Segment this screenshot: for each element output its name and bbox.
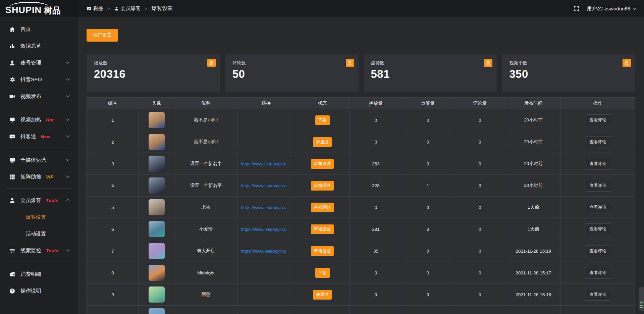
view-comments-button[interactable]: 查看评论: [585, 136, 611, 148]
cell-link: [237, 131, 295, 153]
view-comments-button[interactable]: 查看评论: [585, 223, 611, 235]
view-comments-button[interactable]: 查看评论: [585, 158, 611, 170]
brand-logo: SHUPIN 树品: [0, 0, 78, 17]
cell-nickname: [174, 306, 237, 314]
video-link[interactable]: https://www.iesdouyin.c: [237, 249, 295, 254]
total-badge: 总: [207, 59, 216, 67]
cell-comments: 0: [454, 218, 506, 240]
cell-action: 查看评论: [561, 262, 635, 284]
cell-avatar: [139, 284, 174, 306]
logo-text-en: SHUPIN: [5, 6, 42, 15]
grid-icon: [9, 174, 15, 180]
avatar: [149, 199, 165, 215]
cell-avatar: [139, 306, 174, 314]
stat-card-3: 视频个数 总 350: [502, 54, 635, 92]
stat-card-2: 点赞数 总 581: [364, 54, 497, 92]
sidebar-item-7[interactable]: 抖客通 New: [0, 128, 78, 145]
cell-avatar: [139, 240, 174, 262]
chevron-down-icon: [633, 6, 636, 10]
breadcrumb: 树品 > 会员爆客 > 爆客设置: [87, 5, 173, 12]
cell-time: 1天前: [506, 197, 561, 218]
sidebar-subitem-14[interactable]: 活动设置: [0, 225, 78, 242]
cell-status: 未通过: [295, 284, 350, 306]
cell-comments: 0: [454, 284, 506, 306]
sidebar-item-10[interactable]: 矩阵助推 VIP: [0, 168, 78, 185]
username-value: zswodun88: [605, 6, 630, 11]
panel-icon: [87, 6, 92, 11]
view-comments-button[interactable]: 查看评论: [585, 180, 611, 192]
cell-no: [87, 306, 139, 314]
status-badge: 下架: [315, 268, 330, 278]
video-link[interactable]: https://www.iesdouyin.c: [237, 205, 295, 210]
cell-likes: 0: [402, 109, 454, 131]
fullscreen-icon[interactable]: [573, 5, 580, 12]
promo-settings-button[interactable]: 推广设置: [87, 29, 118, 42]
question-icon: ?: [9, 288, 15, 294]
breadcrumb-separator: >: [107, 6, 110, 11]
stat-value: 20316: [94, 68, 213, 81]
column-header: 昵称: [174, 98, 237, 109]
view-comments-button[interactable]: 查看评论: [585, 114, 611, 126]
cell-likes: 3: [402, 218, 454, 240]
video-link[interactable]: https://www.iesdouyin.c: [237, 183, 295, 188]
chevron-icon: [66, 117, 69, 121]
sidebar: 首页 数据总览 账号管理 抖音SEO 视频发布 视频加热 Hot 抖客通 New…: [0, 17, 78, 314]
sidebar-item-2[interactable]: 账号管理: [0, 54, 78, 71]
sidebar-item-15[interactable]: 线索监控 Tools: [0, 242, 78, 259]
floating-widget[interactable]: [639, 287, 644, 311]
video-link[interactable]: https://www.iesdouyin.c: [237, 227, 295, 232]
cell-action: 查看评论: [561, 153, 635, 175]
avatar: [149, 177, 165, 194]
sidebar-item-17[interactable]: 消费明细: [0, 266, 78, 282]
user-menu[interactable]: 用户名: zswodun88: [587, 5, 635, 12]
sidebar-item-0[interactable]: 首页: [0, 21, 78, 38]
column-header: 评论量: [454, 98, 506, 109]
cell-time: 2021-11-28 15:16: [506, 284, 561, 306]
total-badge: 总: [346, 59, 354, 67]
sidebar-item-9[interactable]: 全媒体运营: [0, 152, 78, 168]
table-row: 9阿慧未通过0002021-11-28 15:16查看评论: [87, 284, 635, 306]
cell-likes: 0: [402, 240, 454, 262]
avatar: [149, 134, 165, 150]
view-comments-button[interactable]: 查看评论: [585, 267, 611, 279]
cell-comments: 0: [454, 240, 506, 262]
view-comments-button[interactable]: 查看评论: [585, 202, 611, 213]
home-icon: [9, 26, 15, 33]
sidebar-item-1[interactable]: 数据总览: [0, 38, 78, 54]
status-badge: 审核通过: [311, 159, 334, 169]
status-badge: 审核通过: [311, 181, 334, 191]
cell-plays: 281: [350, 218, 402, 240]
view-comments-button[interactable]: 查看评论: [585, 289, 611, 301]
table-row: 6小爱玲https://www.iesdouyin.c审核通过281301天前查…: [87, 218, 635, 240]
cell-avatar: [139, 197, 174, 218]
sidebar-item-4[interactable]: 视频发布: [0, 88, 78, 105]
breadcrumb-item-home[interactable]: 树品: [87, 5, 103, 12]
chevron-icon: [66, 60, 69, 64]
sidebar-item-18[interactable]: ? 操作说明: [0, 282, 78, 299]
cell-time: 2021-11-28 15:19: [506, 240, 561, 262]
chat-icon: [9, 134, 15, 140]
sidebar-badge-hot: Hot: [46, 117, 54, 122]
cell-comments: 0: [454, 262, 506, 284]
table-header-row: 编号头像昵称链接状态播放量点赞量评论量发布时间操作: [87, 98, 635, 109]
cell-action: 查看评论: [561, 284, 635, 306]
video-link[interactable]: https://www.iesdouyin.c: [237, 161, 295, 166]
sidebar-badge-tools: Tools: [46, 198, 58, 203]
cell-action: 查看评论: [561, 109, 635, 131]
sliders-icon: [9, 248, 15, 254]
breadcrumb-item-section[interactable]: 会员爆客: [114, 5, 141, 12]
sidebar-item-3[interactable]: 抖音SEO: [0, 71, 78, 88]
sidebar-item-6[interactable]: 视频加热 Hot: [0, 111, 78, 128]
view-comments-button[interactable]: 查看评论: [585, 245, 611, 257]
status-badge: 审核通过: [311, 203, 334, 212]
cell-link: https://www.iesdouyin.c: [237, 175, 295, 197]
cell-time: 20小时前: [506, 131, 561, 153]
sidebar-subitem-13[interactable]: 爆客设置: [0, 209, 78, 225]
user-icon: [114, 6, 119, 11]
cell-link: [237, 262, 295, 284]
avatar: [149, 112, 165, 128]
topbar-right: 用户名: zswodun88: [573, 5, 635, 12]
sidebar-item-12[interactable]: 会员爆客 Tools: [0, 192, 78, 209]
total-badge: 总: [484, 59, 492, 67]
table-row: 4设置一个新名字https://www.iesdouyin.c审核通过32810…: [87, 175, 635, 197]
